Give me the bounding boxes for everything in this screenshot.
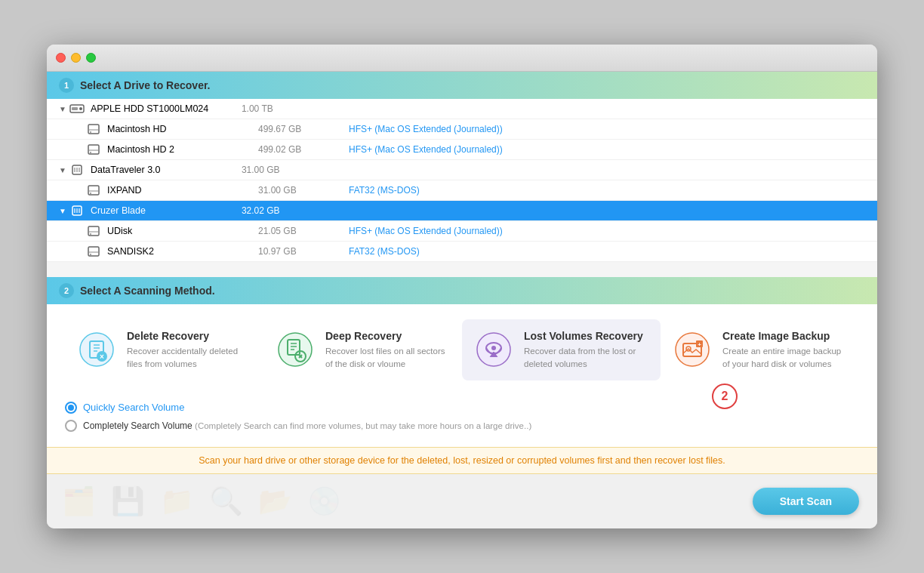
footer-bg: 🗂️ 💾 📁 🔍 📂 💿 (47, 474, 877, 528)
drive-row-ixpand[interactable]: IXPAND 31.00 GB FAT32 (MS-DOS) (47, 180, 877, 201)
footer: 🗂️ 💾 📁 🔍 📂 💿 Start Scan (47, 474, 877, 528)
drive-size: 31.00 GB (242, 165, 332, 175)
section2-number: 2 (59, 283, 74, 298)
lost-volumes-title: Lost Volumes Recovery (524, 330, 648, 342)
deep-recovery-desc: Recover lost files on all sectors of the… (325, 345, 450, 369)
usb-icon (69, 164, 85, 176)
expand-arrow-icon: ▼ (59, 166, 66, 174)
footer-bg-icon-3: 📁 (160, 485, 194, 517)
svg-point-43 (491, 346, 496, 350)
footer-bg-icon-1: 🗂️ (62, 485, 96, 517)
deep-recovery-title: Deep Recovery (325, 330, 450, 342)
section1-title: Select A Drive to Recover. (80, 79, 210, 91)
svg-point-15 (90, 193, 91, 194)
drive-size: 10.97 GB (258, 246, 349, 257)
drive-name: UDisk (107, 226, 258, 236)
svg-point-44 (676, 333, 709, 366)
expand-arrow-icon: ▼ (59, 105, 66, 113)
drive-name: DataTraveler 3.0 (91, 165, 242, 175)
radio-section: Quickly Search VolumeCompletely Search V… (47, 393, 877, 447)
radio-option-complete[interactable]: Completely Search Volume (Completely Sea… (65, 417, 859, 435)
drive-row-datatraveler[interactable]: ▼ DataTraveler 3.0 31.00 GB (47, 160, 877, 180)
svg-point-33 (279, 333, 312, 366)
radio-dot-quick (68, 405, 74, 411)
info-bar-text: Scan your hard drive or other storage de… (199, 455, 725, 466)
volume-icon (86, 143, 101, 156)
drive-name: Macintosh HD (107, 124, 258, 134)
drive-row-macintosh-hd-2[interactable]: Macintosh HD 2 499.02 GB HFS+ (Mac OS Ex… (47, 140, 877, 160)
deep-recovery-icon (276, 330, 315, 369)
method-card-deep-recovery[interactable]: Deep Recovery Recover lost files on all … (263, 319, 462, 380)
section1-header: 1 Select A Drive to Recover. (47, 72, 877, 99)
radio-option-quick[interactable]: Quickly Search Volume (65, 399, 859, 417)
svg-point-5 (90, 131, 91, 133)
footer-bg-icon-2: 💾 (111, 485, 145, 517)
footer-bg-icon-4: 🔍 (209, 485, 243, 517)
info-bar: Scan your hard drive or other storage de… (47, 447, 877, 474)
maximize-button[interactable] (86, 53, 96, 63)
method-card-lost-volumes[interactable]: Lost Volumes Recovery Recover data from … (462, 319, 661, 380)
drive-size: 31.00 GB (258, 185, 349, 196)
volume-icon (86, 184, 101, 196)
lost-volumes-text: Lost Volumes Recovery Recover data from … (524, 330, 648, 369)
drive-format: FAT32 (MS-DOS) (349, 246, 865, 257)
create-image-desc: Create an entire image backup of your ha… (722, 345, 847, 369)
titlebar (47, 45, 877, 72)
usb-icon (69, 205, 85, 217)
drive-size: 499.67 GB (258, 124, 349, 134)
radio-circle-complete (65, 420, 77, 432)
method-card-create-image[interactable]: + Create Image Backup Create an entire i… (661, 319, 859, 380)
section1-number: 1 (59, 78, 74, 93)
create-image-icon: + (673, 330, 712, 369)
drive-row-sandisk2[interactable]: SANDISK2 10.97 GB FAT32 (MS-DOS) (47, 242, 877, 262)
balloon-number: 2 (712, 384, 738, 409)
radio-label-quick: Quickly Search Volume (83, 402, 184, 413)
lost-volumes-desc: Recover data from the lost or deleted vo… (524, 345, 648, 369)
close-button[interactable] (56, 53, 66, 63)
svg-text:×: × (100, 353, 104, 361)
radio-circle-quick (65, 402, 77, 414)
delete-recovery-text: Delete Recovery Recover accidentally del… (127, 330, 251, 369)
svg-point-25 (90, 254, 91, 255)
methods-grid: × Delete Recovery Recover accidentally d… (65, 319, 859, 380)
divider (47, 262, 877, 277)
drive-name: SANDISK2 (107, 246, 258, 257)
volume-icon (86, 123, 101, 135)
expand-arrow-icon: ▼ (59, 207, 66, 215)
drive-row-cruzer-blade[interactable]: ▼ Cruzer Blade 32.02 GB (47, 201, 877, 221)
svg-point-8 (90, 152, 91, 153)
svg-point-2 (79, 107, 82, 110)
drive-row-apple-hdd[interactable]: ▼ APPLE HDD ST1000LM024 1.00 TB (47, 99, 877, 119)
svg-point-22 (90, 233, 91, 235)
drive-name: IXPAND (107, 185, 258, 196)
radio-label-complete: Completely Search Volume (Completely Sea… (83, 421, 531, 431)
footer-bg-icon-5: 📂 (258, 485, 292, 517)
minimize-button[interactable] (71, 53, 81, 63)
svg-rect-1 (72, 107, 78, 110)
drive-list: ▼ APPLE HDD ST1000LM024 1.00 TB Macintos… (47, 99, 877, 262)
scan-methods-area: × Delete Recovery Recover accidentally d… (47, 304, 877, 392)
section2-header: 2 Select A Scanning Method. (47, 277, 877, 304)
deep-recovery-text: Deep Recovery Recover lost files on all … (325, 330, 450, 369)
method-card-delete-recovery[interactable]: × Delete Recovery Recover accidentally d… (65, 319, 263, 380)
delete-recovery-desc: Recover accidentally deleted files from … (127, 345, 251, 369)
lost-volumes-icon (474, 330, 513, 369)
volume-icon (86, 245, 101, 257)
drive-name: Cruzer Blade (91, 205, 242, 216)
section2-title: Select A Scanning Method. (80, 285, 215, 297)
drive-name: APPLE HDD ST1000LM024 (91, 103, 242, 114)
create-image-title: Create Image Backup (722, 330, 847, 342)
drive-format: HFS+ (Mac OS Extended (Journaled)) (349, 226, 865, 236)
hdd-icon (69, 103, 85, 115)
main-window: 1 Select A Drive to Recover. ▼ APPLE HDD… (47, 45, 877, 528)
drive-format: FAT32 (MS-DOS) (349, 185, 865, 196)
drive-row-udisk[interactable]: UDisk 21.05 GB HFS+ (Mac OS Extended (Jo… (47, 221, 877, 242)
drive-name: Macintosh HD 2 (107, 144, 258, 155)
drive-size: 1.00 TB (242, 103, 332, 114)
drive-size: 21.05 GB (258, 226, 349, 236)
drive-format: HFS+ (Mac OS Extended (Journaled)) (349, 124, 865, 134)
drive-size: 499.02 GB (258, 144, 349, 155)
drive-row-macintosh-hd[interactable]: Macintosh HD 499.67 GB HFS+ (Mac OS Exte… (47, 119, 877, 140)
delete-recovery-icon: × (77, 330, 116, 369)
delete-recovery-title: Delete Recovery (127, 330, 251, 342)
